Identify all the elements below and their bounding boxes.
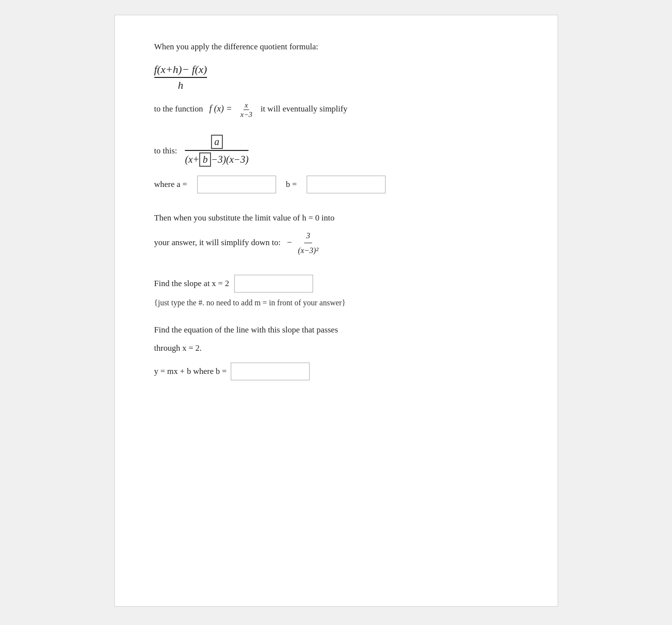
hint-text: {just type the #. no need to add m = in … <box>154 298 518 307</box>
limit-line2: your answer, it will simplify down to: −… <box>154 229 518 257</box>
tothis-label: to this: <box>154 146 177 156</box>
den-part2: −3)(x−3) <box>211 154 248 165</box>
page-container: When you apply the difference quotient f… <box>114 15 558 607</box>
function-line: to the function f (x) = x x−3 it will ev… <box>154 101 518 119</box>
equation-section: Find the equation of the line with this … <box>154 323 518 380</box>
slope-section: Find the slope at x = 2 {just type the #… <box>154 275 518 307</box>
t-num: a <box>185 135 248 151</box>
b-input[interactable] <box>307 176 386 193</box>
boxed-b: b <box>199 152 211 167</box>
slope-label: Find the slope at x = 2 <box>154 279 229 289</box>
boxed-a: a <box>211 135 223 149</box>
lf-den: (x−3)² <box>296 243 320 257</box>
eq-line1: Find the equation of the line with this … <box>154 323 518 336</box>
slope-input[interactable] <box>234 275 313 293</box>
dq-denominator: h <box>154 79 207 92</box>
line2-prefix: to the function <box>154 105 203 114</box>
limit-minus: − <box>287 237 292 247</box>
den-part1: (x+ <box>185 154 199 165</box>
a-input[interactable] <box>197 176 276 193</box>
b-equation-input[interactable] <box>231 363 310 380</box>
limit-line2-prefix: your answer, it will simplify down to: <box>154 238 281 247</box>
equation-row: y = mx + b where b = <box>154 363 518 380</box>
fx-fraction: x x−3 <box>240 101 253 119</box>
a-label: where a = <box>154 180 187 189</box>
fx-frac-den: x−3 <box>240 110 253 119</box>
this-fraction: a (x+b−3)(x−3) <box>185 135 248 167</box>
b-label: b = <box>286 180 297 189</box>
t-den: (x+b−3)(x−3) <box>185 151 248 167</box>
eq-line2: through x = 2. <box>154 341 518 355</box>
fx-label: f (x) = <box>209 104 234 114</box>
limit-section: Then when you substitute the limit value… <box>154 211 518 257</box>
fx-frac-num: x <box>244 101 249 110</box>
tothis-section: to this: a (x+b−3)(x−3) where a = b = <box>154 135 518 193</box>
dq-formula: f(x+h)− f(x) h <box>154 63 207 92</box>
slope-row: Find the slope at x = 2 <box>154 275 518 293</box>
limit-line1: Then when you substitute the limit value… <box>154 211 518 224</box>
eq-label: y = mx + b where b = <box>154 367 227 376</box>
where-row: where a = b = <box>154 176 518 193</box>
line2-suffix: it will eventually simplify <box>261 105 348 114</box>
lf-num: 3 <box>304 229 312 243</box>
dq-numerator: f(x+h)− f(x) <box>154 63 207 78</box>
intro-section: When you apply the difference quotient f… <box>154 40 518 119</box>
intro-line1: When you apply the difference quotient f… <box>154 40 518 53</box>
limit-fraction: 3 (x−3)² <box>296 229 320 257</box>
